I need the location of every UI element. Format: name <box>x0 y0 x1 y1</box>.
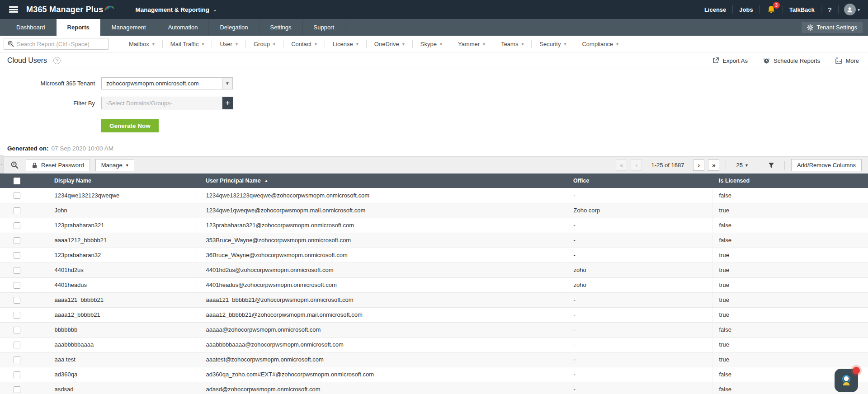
cell-office: - <box>563 292 712 307</box>
support-chat-widget[interactable] <box>835 369 858 392</box>
filter-funnel-icon[interactable] <box>764 162 778 169</box>
cell-user-principal-name: adasd@zohocorpwsmopm.onmicrosoft.com <box>197 382 563 394</box>
manage-dropdown-button[interactable]: Manage ▾ <box>95 159 134 171</box>
report-menu-group[interactable]: Group▾ <box>246 40 283 48</box>
add-remove-columns-button[interactable]: Add/Remove Columns <box>791 159 862 171</box>
report-menu-license[interactable]: License▾ <box>325 40 367 48</box>
alarm-clock-icon <box>763 57 770 64</box>
table-toolbar: Reset Password Manage ▾ « ‹ 1-25 of 1687… <box>0 156 868 174</box>
row-checkbox[interactable] <box>14 222 20 229</box>
row-checkbox[interactable] <box>14 252 20 259</box>
tab-automation[interactable]: Automation <box>157 19 209 36</box>
report-menu-onedrive[interactable]: OneDrive▾ <box>367 40 413 48</box>
sort-asc-icon: ▲ <box>264 178 269 183</box>
row-checkbox[interactable] <box>14 327 20 333</box>
report-menu-skype[interactable]: Skype▾ <box>413 40 450 48</box>
table-row: 123prabaharan32 36Bruce_Wayne@zohocorpws… <box>0 248 868 263</box>
user-avatar[interactable] <box>844 4 856 15</box>
row-checkbox[interactable] <box>14 207 20 214</box>
add-filter-button[interactable]: + <box>222 97 233 109</box>
top-bar: M365 Manager Plus Management & Reporting… <box>0 0 868 19</box>
report-menu-user[interactable]: User▾ <box>212 40 245 48</box>
license-link[interactable]: License <box>698 6 732 13</box>
row-checkbox[interactable] <box>14 356 20 363</box>
report-menu-mailbox[interactable]: Mailbox▾ <box>121 40 163 48</box>
domains-groups-input[interactable]: -Select Domains/Groups- <box>101 97 222 109</box>
row-checkbox[interactable] <box>14 282 20 289</box>
tab-dashboard[interactable]: Dashboard <box>5 19 57 36</box>
tab-reports[interactable]: Reports <box>57 19 101 36</box>
select-all-checkbox[interactable] <box>14 178 20 184</box>
page-size-selector[interactable]: 25 ▾ <box>732 162 751 169</box>
pagination-prev-button[interactable]: ‹ <box>631 159 642 171</box>
column-user-principal-name[interactable]: User Principal Name▲ <box>197 174 563 188</box>
chevron-down-icon: ▾ <box>564 42 566 47</box>
pagination-first-button[interactable]: « <box>616 159 627 171</box>
tab-settings[interactable]: Settings <box>259 19 303 36</box>
report-menu-mail-traffic[interactable]: Mail Traffic▾ <box>163 40 212 48</box>
row-checkbox[interactable] <box>14 237 20 244</box>
pagination-last-button[interactable]: » <box>708 159 719 171</box>
column-office[interactable]: Office <box>563 174 712 188</box>
chat-notification-dot <box>853 367 860 374</box>
sidebar-collapse-handle[interactable]: ‹ <box>0 155 4 174</box>
chevron-down-icon: ▾ <box>402 42 405 47</box>
context-switcher[interactable]: Management & Reporting ⌄ <box>135 6 217 13</box>
search-report-input[interactable] <box>17 41 104 47</box>
report-menu-compliance[interactable]: Compliance▾ <box>574 40 626 48</box>
table-row: John 1234qwe1qweqwe@zohocorpwsmopm.mail.… <box>0 203 868 218</box>
pagination-next-button[interactable]: › <box>693 159 704 171</box>
table-search-icon[interactable] <box>11 161 19 169</box>
cell-display-name: aaa test <box>41 352 197 367</box>
cell-is-licensed: true <box>712 248 868 263</box>
table-row: ad360qa ad360qa_zoho.com#EXT#@zohocorpws… <box>0 367 868 382</box>
pagination-info: 1-25 of 1687 <box>646 162 689 169</box>
row-checkbox[interactable] <box>14 312 20 319</box>
report-menu-yammer[interactable]: Yammer▾ <box>450 40 493 48</box>
chevron-down-icon: ▾ <box>745 163 748 168</box>
notifications-bell-icon[interactable]: 3 <box>760 5 783 14</box>
cell-display-name: aaaa121_bbbbb21 <box>41 292 197 307</box>
tenant-settings-button[interactable]: Tenant Settings <box>802 22 863 33</box>
divider <box>758 161 758 170</box>
tab-support[interactable]: Support <box>303 19 346 36</box>
gear-icon <box>807 24 813 31</box>
chevron-down-icon: ⌄ <box>213 7 217 12</box>
page-title: Cloud Users <box>7 56 47 65</box>
cell-is-licensed: true <box>712 352 868 367</box>
generate-now-button[interactable]: Generate Now <box>101 119 159 132</box>
report-menu-security[interactable]: Security▾ <box>532 40 574 48</box>
talkback-link[interactable]: TalkBack <box>783 6 821 13</box>
help-icon[interactable]: ? <box>821 6 838 14</box>
export-as-button[interactable]: Export As <box>712 57 748 64</box>
hamburger-menu-icon[interactable] <box>9 6 18 13</box>
report-menu-teams[interactable]: Teams▾ <box>493 40 532 48</box>
more-button[interactable]: More <box>835 57 859 64</box>
row-checkbox[interactable] <box>14 267 20 274</box>
cell-is-licensed: true <box>712 292 868 307</box>
report-menu-contact[interactable]: Contact▾ <box>283 40 325 48</box>
chevron-down-icon[interactable]: ▼ <box>222 77 233 89</box>
jobs-link[interactable]: Jobs <box>733 6 759 13</box>
reset-password-button[interactable]: Reset Password <box>26 159 90 171</box>
report-help-icon[interactable]: ? <box>53 57 61 64</box>
report-search[interactable] <box>4 38 108 50</box>
chevron-down-icon: ▾ <box>521 42 524 47</box>
column-is-licensed[interactable]: Is Licensed <box>712 174 868 188</box>
chevron-down-icon[interactable]: ▾ <box>858 7 860 12</box>
generated-on-value: 07 Sep 2020 10:00 AM <box>52 145 113 152</box>
tenant-select[interactable]: zohocorpwsmopm.onmicrosoft.com ▼ <box>101 77 233 89</box>
schedule-reports-button[interactable]: Schedule Reports <box>763 57 820 64</box>
row-checkbox[interactable] <box>14 371 20 378</box>
tab-delegation[interactable]: Delegation <box>209 19 259 36</box>
tab-management[interactable]: Management <box>101 19 157 36</box>
row-checkbox[interactable] <box>14 192 20 199</box>
cell-office: Zoho corp <box>563 203 712 218</box>
row-checkbox[interactable] <box>14 386 20 393</box>
table-row: aaa test aaatest@zohocorpwsmopm.onmicros… <box>0 352 868 367</box>
column-display-name[interactable]: Display Name <box>41 174 197 188</box>
cell-is-licensed: false <box>712 322 868 337</box>
cell-office: - <box>563 322 712 337</box>
row-checkbox[interactable] <box>14 297 20 304</box>
row-checkbox[interactable] <box>14 342 20 348</box>
